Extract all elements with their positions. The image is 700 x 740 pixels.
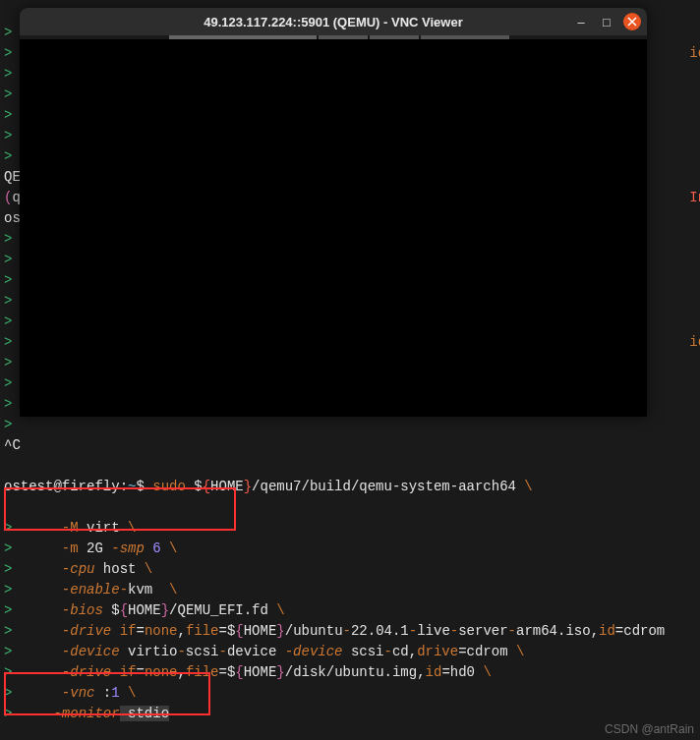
close-icon xyxy=(627,17,637,27)
terminal-line: > -vnc :1 \ xyxy=(4,683,696,704)
terminal-line: > -enable-kvm \ xyxy=(4,580,696,600)
terminal-line: ^C xyxy=(4,435,696,456)
terminal-line: > -device virtio-scsi-device -device scs… xyxy=(4,642,696,662)
watermark: CSDN @antRain xyxy=(605,722,694,736)
terminal-line: > -drive if=none,file=${HOME}/disk/ubunt… xyxy=(4,662,696,683)
terminal-line: > -bios ${HOME}/QEMU_EFI.fd \ xyxy=(4,600,696,621)
vnc-window[interactable]: 49.123.117.224::5901 (QEMU) - VNC Viewer… xyxy=(20,8,647,417)
vnc-titlebar[interactable]: 49.123.117.224::5901 (QEMU) - VNC Viewer… xyxy=(20,8,647,35)
command-line: ostest@firefly:~$ sudo ${HOME}/qemu7/bui… xyxy=(4,477,696,497)
terminal-line: > xyxy=(4,415,696,435)
terminal-line: > -cpu host \ xyxy=(4,559,696,580)
minimize-button[interactable]: – xyxy=(572,13,590,30)
terminal-line: > -m 2G -smp 6 \ xyxy=(4,539,696,559)
maximize-button[interactable]: □ xyxy=(598,13,615,30)
vnc-tabstrip xyxy=(20,35,647,39)
terminal-line: > -drive if=none,file=${HOME}/ubuntu-22.… xyxy=(4,621,696,642)
vnc-title: 49.123.117.224::5901 (QEMU) - VNC Viewer xyxy=(204,15,463,29)
terminal-line: > -M virt \ xyxy=(4,518,696,539)
close-button[interactable] xyxy=(623,13,641,30)
terminal-line: > -monitor stdio xyxy=(4,704,696,724)
